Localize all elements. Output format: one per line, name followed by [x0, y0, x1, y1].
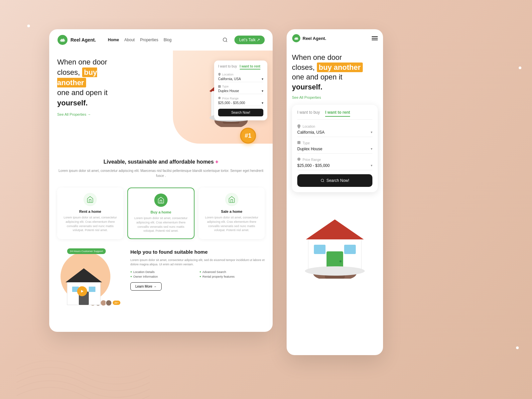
mobile-location-icon — [297, 124, 301, 129]
hamburger-menu[interactable] — [372, 36, 378, 40]
svg-rect-29 — [344, 245, 356, 254]
help-features: Location Details Advanced Search Owner I… — [130, 270, 265, 278]
sale-card-title: Sale a home — [202, 209, 261, 213]
mobile-see-all-link[interactable]: See All Properties — [292, 95, 378, 99]
location-select[interactable]: California, USA ▾ — [218, 76, 263, 82]
sale-card: Sale a home Lorem ipsum dolor sit amet, … — [199, 188, 265, 239]
liveable-title: Liveable, sustainable and affordable hom… — [57, 158, 265, 166]
buy-card: Buy a home Lorem ipsum dolor sit amet, c… — [127, 188, 195, 239]
nav-home[interactable]: Home — [108, 38, 119, 42]
tab-buy[interactable]: I want to buy — [218, 65, 237, 69]
nav-about[interactable]: About — [124, 38, 135, 42]
svg-rect-12 — [218, 85, 221, 88]
location-label: Location — [218, 73, 263, 76]
mobile-price-select[interactable]: $25,000 - $35,000 ▾ — [297, 163, 372, 170]
svg-point-31 — [339, 260, 341, 262]
sale-home-icon — [228, 196, 235, 203]
svg-rect-28 — [314, 245, 326, 254]
mobile-tab-rent[interactable]: I want to rent — [325, 110, 350, 117]
sale-card-desc: Lorem ipsum dolor sit amet, consectetur … — [202, 215, 261, 232]
price-label: Price Range — [218, 97, 263, 100]
mobile-type-icon — [297, 141, 301, 145]
rent-home-icon — [86, 196, 94, 203]
help-section: 24 Hours Customer Support 2k+ Help y — [49, 243, 273, 315]
mobile-location-select[interactable]: California, USA ▾ — [297, 130, 372, 137]
svg-point-23 — [321, 179, 324, 182]
mobile-mockup: Reel Agent. When one door closes, buy an… — [287, 29, 383, 355]
mobile-location-field: Location California, USA ▾ — [297, 124, 372, 137]
mobile-nav: Reel Agent. — [287, 29, 383, 47]
svg-marker-27 — [306, 219, 364, 239]
hero-text: When one door closes, buy another one an… — [57, 57, 124, 116]
mobile-buy-another: buy another — [317, 63, 363, 72]
help-image-area: 24 Hours Customer Support 2k+ — [57, 248, 124, 310]
rent-card-title: Rent a home — [61, 209, 119, 213]
help-content: Help you to found suitable home Lorem ip… — [130, 248, 265, 291]
play-button[interactable] — [77, 286, 87, 296]
mobile-type-field: Type Duplex House ▾ — [297, 141, 372, 154]
mobile-search-now-button[interactable]: Search Now! — [297, 174, 372, 187]
help-house-svg — [57, 255, 110, 308]
mobile-location-label: Location — [297, 124, 372, 129]
number-one-badge: #1 — [240, 128, 256, 144]
help-title: Help you to found suitable home — [130, 248, 265, 255]
hero-heading: When one door closes, buy another one an… — [57, 57, 124, 108]
mobile-price-field: Price Range $25,000 - $35,000 ▾ — [297, 158, 372, 170]
price-select[interactable]: $25,000 - $35,000 ▾ — [218, 100, 263, 106]
mobile-price-icon — [297, 158, 301, 162]
location-field: Location California, USA ▾ — [218, 73, 263, 82]
mobile-hero: When one door closes, buy another one an… — [287, 47, 383, 105]
mobile-logo-text: Reel Agent. — [303, 36, 326, 41]
type-select[interactable]: Duplex House ▾ — [218, 88, 263, 94]
decorative-dot — [27, 25, 30, 27]
nav-properties[interactable]: Properties — [140, 38, 158, 42]
mobile-search-icon — [321, 179, 325, 183]
svg-rect-21 — [297, 141, 300, 144]
feature-location: Location Details — [130, 270, 196, 274]
buy-card-title: Buy a home — [132, 210, 190, 214]
play-icon — [80, 289, 84, 293]
mobile-house-section — [287, 192, 383, 279]
decorative-dot — [516, 346, 519, 349]
type-icon — [218, 85, 221, 88]
logo-text: Reel Agent. — [70, 37, 96, 43]
location-icon — [218, 73, 221, 76]
nav-links: Home About Properties Blog — [108, 38, 172, 42]
mobile-type-select[interactable]: Duplex House ▾ — [297, 147, 372, 154]
see-all-properties-link[interactable]: See All Properties → — [57, 112, 124, 116]
rent-card-desc: Lorem ipsum dolor sit amet, consectetur … — [61, 215, 119, 232]
desktop-mockup: Reel Agent. Home About Properties Blog L… — [49, 29, 273, 332]
svg-marker-19 — [81, 290, 83, 293]
feature-rental: Rental property features — [200, 275, 265, 278]
mobile-house-svg — [293, 199, 376, 279]
svg-point-1 — [223, 38, 227, 42]
svg-point-13 — [218, 97, 220, 99]
liveable-section: Liveable, sustainable and affordable hom… — [49, 150, 273, 184]
mobile-tab-buy[interactable]: I want to buy — [297, 110, 320, 117]
svg-point-22 — [297, 158, 300, 161]
search-icon[interactable] — [222, 37, 228, 43]
lets-talk-button[interactable]: Let's Talk ↗ — [234, 36, 265, 44]
tab-rent[interactable]: I want to rent — [240, 65, 260, 69]
feature-advanced: Advanced Search — [200, 270, 265, 274]
nav-blog[interactable]: Blog — [164, 38, 172, 42]
mobile-search-panel: I want to buy I want to rent Location Ca… — [292, 105, 378, 192]
logo: Reel Agent. — [57, 35, 96, 45]
buy-icon-wrap — [154, 194, 168, 207]
learn-more-button[interactable]: Learn More → — [130, 282, 162, 291]
desktop-hero: When one door closes, buy another one an… — [49, 51, 273, 150]
mobile-type-label: Type — [297, 141, 372, 145]
svg-point-32 — [305, 266, 365, 276]
rent-icon-wrap — [83, 193, 97, 206]
price-icon — [218, 97, 221, 100]
type-field: Type Duplex House ▾ — [218, 85, 263, 94]
mobile-hero-heading: When one door closes, buy another one an… — [292, 53, 378, 92]
widget-tabs: I want to buy I want to rent — [218, 65, 263, 69]
customer-count: 2k+ — [113, 301, 120, 305]
type-label: Type — [218, 85, 263, 88]
chevron-down-icon-price: ▾ — [371, 164, 372, 167]
buy-home-icon — [157, 197, 165, 204]
svg-marker-15 — [66, 268, 102, 282]
search-now-button[interactable]: Search Now! — [218, 109, 263, 116]
svg-rect-17 — [89, 287, 95, 292]
